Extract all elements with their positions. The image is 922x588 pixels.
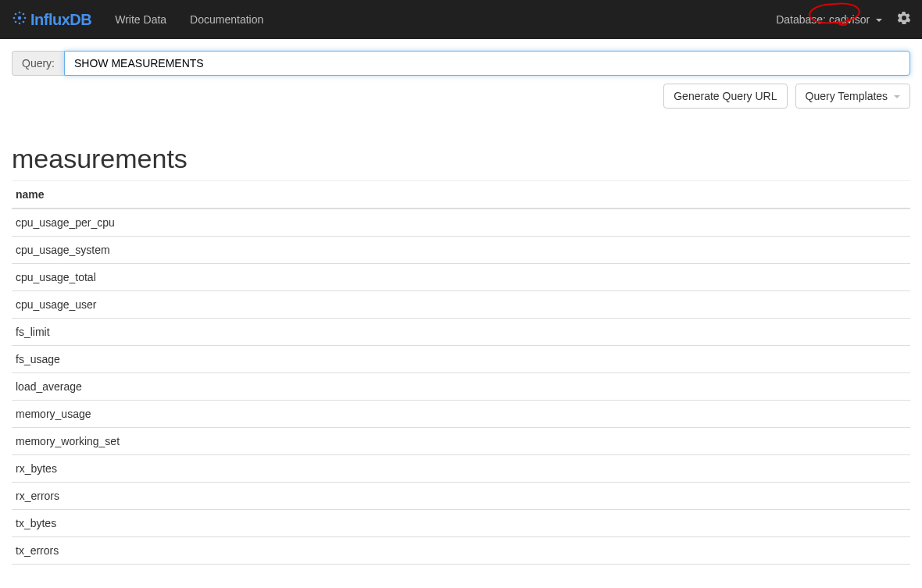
table-row: fs_usage bbox=[12, 346, 910, 373]
table-row: tx_errors bbox=[12, 537, 910, 565]
results-title: measurements bbox=[12, 144, 910, 181]
query-templates-button[interactable]: Query Templates bbox=[795, 84, 910, 109]
brand-logo[interactable]: InfluxDB bbox=[12, 10, 91, 30]
table-cell: rx_errors bbox=[12, 483, 910, 510]
generate-query-url-button[interactable]: Generate Query URL bbox=[663, 84, 787, 109]
table-row: memory_usage bbox=[12, 401, 910, 428]
table-cell: cpu_usage_total bbox=[12, 264, 910, 291]
table-row: memory_working_set bbox=[12, 428, 910, 455]
brand-text: InfluxDB bbox=[30, 11, 91, 29]
results-table: name cpu_usage_per_cpucpu_usage_systemcp… bbox=[12, 181, 910, 565]
table-row: tx_bytes bbox=[12, 510, 910, 537]
chevron-down-icon bbox=[894, 95, 900, 98]
database-label: Database: bbox=[776, 13, 826, 26]
table-cell: tx_bytes bbox=[12, 510, 910, 537]
table-cell: cpu_usage_per_cpu bbox=[12, 208, 910, 237]
table-cell: memory_working_set bbox=[12, 428, 910, 455]
top-navbar: InfluxDB Write Data Documentation Databa… bbox=[0, 0, 922, 39]
query-input-group: Query: bbox=[12, 51, 910, 76]
column-header-name: name bbox=[12, 181, 910, 208]
table-row: load_average bbox=[12, 373, 910, 401]
table-cell: cpu_usage_user bbox=[12, 291, 910, 319]
svg-point-4 bbox=[24, 16, 27, 19]
table-cell: load_average bbox=[12, 373, 910, 401]
table-row: cpu_usage_system bbox=[12, 237, 910, 264]
influxdb-icon bbox=[12, 10, 27, 30]
svg-point-3 bbox=[13, 16, 16, 19]
nav-write-data[interactable]: Write Data bbox=[103, 13, 178, 26]
svg-point-2 bbox=[19, 22, 21, 24]
query-templates-label: Query Templates bbox=[806, 90, 888, 102]
svg-point-6 bbox=[23, 12, 25, 15]
query-label: Query: bbox=[12, 51, 64, 76]
database-selector[interactable]: cadvisor bbox=[829, 13, 882, 26]
table-row: cpu_usage_user bbox=[12, 291, 910, 319]
svg-point-8 bbox=[23, 20, 25, 23]
table-row: fs_limit bbox=[12, 319, 910, 346]
svg-point-7 bbox=[15, 20, 17, 23]
query-input[interactable] bbox=[64, 51, 910, 76]
nav-documentation[interactable]: Documentation bbox=[178, 13, 275, 26]
table-cell: fs_limit bbox=[12, 319, 910, 346]
table-row: rx_bytes bbox=[12, 455, 910, 483]
table-cell: cpu_usage_system bbox=[12, 237, 910, 264]
table-cell: rx_bytes bbox=[12, 455, 910, 483]
svg-point-5 bbox=[15, 12, 17, 15]
database-name: cadvisor bbox=[829, 13, 870, 26]
table-cell: tx_errors bbox=[12, 537, 910, 565]
table-row: cpu_usage_per_cpu bbox=[12, 208, 910, 237]
table-cell: fs_usage bbox=[12, 346, 910, 373]
chevron-down-icon bbox=[876, 19, 882, 22]
table-cell: memory_usage bbox=[12, 401, 910, 428]
svg-point-1 bbox=[19, 11, 21, 13]
table-row: rx_errors bbox=[12, 483, 910, 510]
svg-point-0 bbox=[18, 16, 21, 19]
gear-icon[interactable] bbox=[898, 12, 910, 27]
table-row: cpu_usage_total bbox=[12, 264, 910, 291]
